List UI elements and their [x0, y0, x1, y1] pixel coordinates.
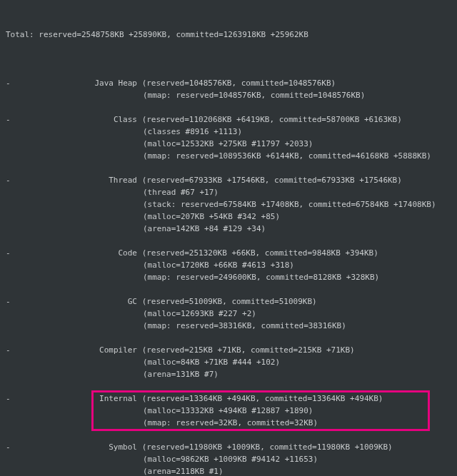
section-label: Code: [11, 247, 137, 259]
detail-text: (malloc=84KB +71KB #444 +102): [143, 358, 280, 367]
section-detail: (malloc=12693KB #227 +2): [6, 308, 451, 320]
section-label: Symbol: [11, 441, 137, 453]
section-detail: (mmap: reserved=38316KB, committed=38316…: [6, 320, 451, 332]
section-main: (reserved=1102068KB +6419KB, committed=5…: [142, 115, 402, 124]
section-detail: (thread #67 +17): [6, 186, 451, 198]
total-line: Total: reserved=2548758KB +25890KB, comm…: [6, 29, 451, 41]
section-detail: (arena=2118KB #1): [6, 465, 451, 476]
detail-text: (arena=131KB #7): [143, 370, 219, 379]
section-label: Java Heap: [11, 77, 137, 89]
dash-icon: -: [6, 77, 11, 89]
section-detail: (malloc=13332KB +494KB #12887 +1890): [6, 405, 451, 417]
section-detail: (stack: reserved=67584KB +17408KB, commi…: [6, 198, 451, 211]
detail-text: (classes #8916 +1113): [143, 127, 242, 136]
detail-text: (malloc=13332KB +494KB #12887 +1890): [143, 406, 313, 415]
section-label: GC: [11, 295, 137, 308]
dash-icon: -: [6, 344, 11, 356]
section-detail: (mmap: reserved=249600KB, committed=8128…: [6, 271, 451, 283]
section-header: -Code (reserved=251320KB +66KB, committe…: [6, 247, 451, 259]
detail-text: (stack: reserved=67584KB +17408KB, commi…: [143, 200, 436, 209]
detail-text: (arena=142KB +84 #129 +34): [143, 224, 266, 233]
section-header: -Compiler (reserved=215KB +71KB, committ…: [6, 344, 451, 356]
dash-icon: -: [6, 295, 11, 308]
detail-text: (malloc=207KB +54KB #342 +85): [143, 212, 280, 221]
detail-text: (mmap: reserved=249600KB, committed=8128…: [143, 273, 379, 282]
section-label: Internal: [11, 393, 137, 405]
nmt-section-code: -Code (reserved=251320KB +66KB, committe…: [6, 247, 451, 283]
section-main: (reserved=67933KB +17546KB, committed=67…: [142, 176, 402, 185]
section-header: -Java Heap (reserved=1048576KB, committe…: [6, 77, 451, 89]
dash-icon: -: [6, 174, 11, 186]
section-detail: (mmap: reserved=1089536KB +6144KB, commi…: [6, 150, 451, 162]
nmt-section-gc: -GC (reserved=51009KB, committed=51009KB…: [6, 295, 451, 332]
section-detail: (malloc=12532KB +275KB #11797 +2033): [6, 138, 451, 150]
section-main: (reserved=251320KB +66KB, committed=9848…: [142, 248, 378, 258]
nmt-section-internal: -Internal (reserved=13364KB +494KB, comm…: [6, 393, 451, 429]
section-header: -Symbol (reserved=11980KB +1009KB, commi…: [6, 441, 451, 453]
section-header: -Internal (reserved=13364KB +494KB, comm…: [6, 393, 451, 405]
section-detail: (arena=131KB #7): [6, 368, 451, 380]
section-detail: (malloc=9862KB +1009KB #94142 +11653): [6, 453, 451, 465]
section-main: (reserved=1048576KB, committed=1048576KB…: [142, 79, 336, 88]
dash-icon: -: [6, 247, 11, 259]
detail-text: (arena=2118KB #1): [143, 467, 224, 476]
section-detail: (malloc=84KB +71KB #444 +102): [6, 356, 451, 368]
nmt-section-class: -Class (reserved=1102068KB +6419KB, comm…: [6, 113, 451, 162]
section-detail: (mmap: reserved=1048576KB, committed=104…: [6, 89, 451, 101]
detail-text: (mmap: reserved=1089536KB +6144KB, commi…: [143, 151, 431, 161]
section-detail: (classes #8916 +1113): [6, 126, 451, 138]
nmt-section-thread: -Thread (reserved=67933KB +17546KB, comm…: [6, 174, 451, 235]
section-main: (reserved=215KB +71KB, committed=215KB +…: [142, 345, 355, 355]
section-detail: (mmap: reserved=32KB, committed=32KB): [6, 417, 451, 429]
nmt-section-java-heap: -Java Heap (reserved=1048576KB, committe…: [6, 77, 451, 101]
dash-icon: -: [6, 393, 11, 405]
detail-text: (malloc=12532KB +275KB #11797 +2033): [143, 139, 313, 148]
section-header: -Class (reserved=1102068KB +6419KB, comm…: [6, 113, 451, 126]
section-label: Class: [11, 113, 137, 126]
section-detail: (malloc=1720KB +66KB #4613 +318): [6, 259, 451, 271]
detail-text: (mmap: reserved=32KB, committed=32KB): [143, 418, 318, 427]
nmt-section-symbol: -Symbol (reserved=11980KB +1009KB, commi…: [6, 441, 451, 476]
section-detail: (arena=142KB +84 #129 +34): [6, 223, 451, 235]
section-header: -Thread (reserved=67933KB +17546KB, comm…: [6, 174, 451, 186]
detail-text: (thread #67 +17): [143, 188, 219, 197]
dash-icon: -: [6, 441, 11, 453]
section-header: -GC (reserved=51009KB, committed=51009KB…: [6, 295, 451, 308]
detail-text: (malloc=12693KB #227 +2): [143, 309, 256, 318]
detail-text: (malloc=1720KB +66KB #4613 +318): [143, 260, 294, 270]
section-label: Thread: [11, 174, 137, 186]
detail-text: (mmap: reserved=38316KB, committed=38316…: [143, 321, 346, 330]
section-main: (reserved=11980KB +1009KB, committed=119…: [142, 442, 393, 452]
nmt-output: Total: reserved=2548758KB +25890KB, comm…: [0, 0, 457, 476]
section-main: (reserved=13364KB +494KB, committed=1336…: [142, 394, 383, 403]
nmt-section-compiler: -Compiler (reserved=215KB +71KB, committ…: [6, 344, 451, 380]
section-label: Compiler: [11, 344, 137, 356]
detail-text: (mmap: reserved=1048576KB, committed=104…: [143, 91, 365, 100]
section-main: (reserved=51009KB, committed=51009KB): [142, 297, 317, 306]
dash-icon: -: [6, 113, 11, 126]
detail-text: (malloc=9862KB +1009KB #94142 +11653): [143, 455, 318, 464]
section-detail: (malloc=207KB +54KB #342 +85): [6, 211, 451, 223]
